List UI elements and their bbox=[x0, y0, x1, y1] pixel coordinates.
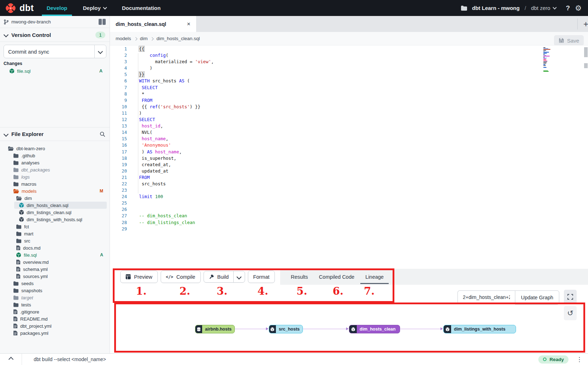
changed-file-row[interactable]: file.sqlA bbox=[0, 67, 110, 75]
tree-item--github[interactable]: .github bbox=[0, 152, 110, 159]
commit-options-caret[interactable] bbox=[94, 45, 106, 58]
tree-item-dim[interactable]: dim bbox=[0, 195, 110, 202]
minimap[interactable] bbox=[543, 47, 554, 72]
nav-item-develop[interactable]: Develop bbox=[46, 0, 67, 16]
tree-item-overview-md[interactable]: overview.md bbox=[0, 258, 110, 266]
lineage-selector-input[interactable] bbox=[457, 290, 515, 304]
line-number: 27 bbox=[113, 213, 127, 219]
environment-selector[interactable]: dbt zero bbox=[531, 5, 556, 11]
tree-item-seeds[interactable]: seeds bbox=[0, 280, 110, 287]
tree-item-dim-listings-with-hosts-sql[interactable]: dim_listings_with_hosts.sql bbox=[0, 216, 110, 223]
tree-item-readme-md[interactable]: README.md bbox=[0, 315, 110, 322]
lineage-edge bbox=[303, 329, 347, 329]
format-button[interactable]: Format bbox=[248, 271, 275, 283]
breadcrumb-segment[interactable]: models bbox=[116, 36, 131, 41]
code-text: 'Anonymous' bbox=[139, 142, 171, 148]
cube-chip-icon bbox=[269, 325, 276, 333]
tree-item-docs-md[interactable]: docs.md bbox=[0, 244, 110, 251]
build-button[interactable]: Build bbox=[204, 271, 233, 282]
tree-item-file-sql[interactable]: file.sqlA bbox=[0, 251, 110, 258]
tree-item-sources-yml[interactable]: sources.yml bbox=[0, 273, 110, 280]
cube-icon bbox=[445, 327, 450, 332]
file-explorer-header[interactable]: File Explorer bbox=[0, 127, 110, 141]
search-icon[interactable] bbox=[100, 131, 105, 137]
tree-item-tests[interactable]: tests bbox=[0, 301, 110, 308]
nav-item-deploy[interactable]: Deploy bbox=[83, 0, 106, 16]
tree-item-analyses[interactable]: analyses bbox=[0, 159, 110, 166]
folder-open-icon bbox=[16, 196, 22, 201]
lineage-node-src-hosts[interactable]: src_hosts bbox=[269, 325, 303, 333]
tab-compiled-code[interactable]: Compiled Code bbox=[319, 269, 354, 285]
code-text: host_id, bbox=[139, 123, 163, 129]
scrollbar-thumb[interactable] bbox=[584, 63, 588, 68]
lineage-node-dim-hosts-clean[interactable]: dim_hosts_clean bbox=[349, 325, 400, 333]
tree-item-dim-listings-clean-sql[interactable]: dim_listings_clean.sql bbox=[0, 209, 110, 216]
folder-open-icon bbox=[8, 146, 14, 151]
lineage-node-airbnb-hosts[interactable]: airbnb.hosts bbox=[195, 325, 235, 333]
tab-results[interactable]: Results bbox=[291, 269, 308, 285]
changes-list: file.sqlA bbox=[0, 67, 110, 75]
change-status-badge: A bbox=[99, 69, 102, 73]
compile-button[interactable]: </>Compile bbox=[161, 271, 201, 283]
tree-item-dbt-packages[interactable]: dbt_packages bbox=[0, 166, 110, 173]
tree-item-snapshots[interactable]: snapshots bbox=[0, 287, 110, 294]
project-folder-icon bbox=[461, 6, 467, 11]
sidebar: mwong-dev-branch Version Control 1 Commi… bbox=[0, 16, 110, 353]
breadcrumb-segment[interactable]: dim bbox=[140, 36, 148, 41]
docs-columns-icon[interactable] bbox=[98, 19, 106, 25]
code-editor[interactable]: 1{{2 config(3 materialized = 'view',4 )5… bbox=[110, 45, 588, 269]
tree-item-src[interactable]: src bbox=[0, 237, 110, 244]
gear-icon[interactable]: ⚙ bbox=[575, 4, 582, 12]
tree-item-mart[interactable]: mart bbox=[0, 230, 110, 237]
tree-item--gitignore[interactable]: .gitignore bbox=[0, 308, 110, 315]
dbt-logo[interactable]: dbt bbox=[5, 2, 34, 14]
tab-dim-hosts-clean[interactable]: dim_hosts_clean.sql × bbox=[110, 16, 196, 32]
scrollbar-thumb[interactable] bbox=[584, 47, 588, 57]
nav-item-documentation[interactable]: Documentation bbox=[122, 0, 161, 16]
save-button[interactable]: Save bbox=[554, 35, 584, 46]
code-line: 21FROM bbox=[113, 174, 214, 181]
code-line: 4 ) bbox=[113, 65, 214, 71]
tab-lineage[interactable]: Lineage bbox=[365, 269, 384, 285]
fullscreen-button[interactable] bbox=[564, 290, 577, 304]
reset-view-button[interactable]: ↺ bbox=[564, 306, 577, 320]
line-number: 26 bbox=[113, 206, 127, 213]
tree-item-macros[interactable]: macros bbox=[0, 180, 110, 187]
kebab-menu-icon[interactable]: ⋮ bbox=[576, 356, 582, 363]
tree-item-fct[interactable]: fct bbox=[0, 223, 110, 230]
update-graph-button[interactable]: Update Graph bbox=[515, 290, 559, 305]
tree-item-models[interactable]: modelsM bbox=[0, 187, 110, 195]
tree-item-dbt-project-yml[interactable]: dbt_project.yml bbox=[0, 322, 110, 329]
ide-status-badge[interactable]: Ready bbox=[538, 355, 568, 364]
tree-item-dim-hosts-clean-sql[interactable]: dim_hosts_clean.sql bbox=[0, 202, 110, 209]
tree-item-packages-yml[interactable]: packages.yml bbox=[0, 329, 110, 337]
new-tab-button[interactable]: + bbox=[581, 16, 588, 32]
model-cube-icon bbox=[19, 217, 24, 222]
code-line: 27-- dim_hosts_clean bbox=[113, 213, 214, 219]
tree-item-label: dbt_project.yml bbox=[20, 323, 51, 329]
version-control-header[interactable]: Version Control 1 bbox=[0, 28, 110, 42]
line-number: 1 bbox=[113, 46, 127, 52]
project-selector[interactable]: dbt Learn - mwong bbox=[472, 5, 520, 11]
code-line: 19 created_at, bbox=[113, 162, 214, 168]
tree-item-target[interactable]: target bbox=[0, 294, 110, 301]
file-icon bbox=[13, 316, 18, 322]
file-icon bbox=[16, 266, 21, 272]
breadcrumb-segment[interactable]: dim_hosts_clean.sql bbox=[156, 36, 200, 41]
collapse-panel-button[interactable] bbox=[0, 354, 22, 365]
tree-item-logs[interactable]: logs bbox=[0, 173, 110, 180]
help-button[interactable]: ? bbox=[566, 4, 570, 12]
tree-item-schema-yml[interactable]: schema.yml bbox=[0, 266, 110, 273]
commit-and-sync-button[interactable]: Commit and sync bbox=[4, 45, 106, 58]
build-options-caret[interactable] bbox=[233, 271, 245, 282]
tree-item-label: models bbox=[22, 189, 37, 194]
lineage-node-dim-listings-with-hosts[interactable]: dim_listings_with_hosts bbox=[443, 325, 516, 333]
code-text: ) bbox=[139, 65, 152, 71]
cli-command-input[interactable]: dbt build --select <model_name> bbox=[34, 356, 106, 362]
line-number: 9 bbox=[113, 97, 127, 104]
close-icon[interactable]: × bbox=[187, 21, 190, 28]
chevron-down-icon bbox=[553, 5, 556, 9]
tree-item-dbt-learn-zero[interactable]: dbt-learn-zero bbox=[0, 145, 110, 152]
preview-button[interactable]: Preview bbox=[120, 271, 158, 283]
results-panel: Preview</>CompileBuildFormat ResultsComp… bbox=[110, 269, 588, 353]
